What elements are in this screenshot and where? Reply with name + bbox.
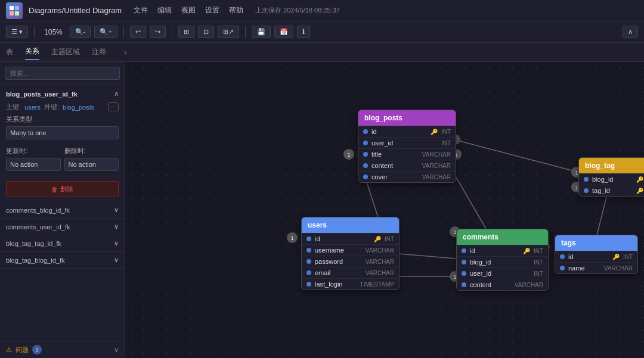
tab-relation[interactable]: 关系 [25, 44, 39, 60]
table-users-header: users [302, 217, 399, 233]
search-input[interactable] [5, 67, 120, 80]
relation-item-blog-tag-blog[interactable]: blog_tag_blog_id_fk ∨ [0, 252, 125, 269]
svg-point-10 [343, 149, 354, 160]
redo-btn[interactable]: ↪ [150, 26, 166, 38]
undo-btn[interactable]: ↩ [130, 26, 146, 38]
save-info: 上次保存 2024/5/18 08:25:37 [255, 6, 340, 15]
warning-icon: ⚠ [6, 346, 12, 354]
field-dot [363, 163, 368, 168]
table-users[interactable]: users id 🔑 INT username VARCHAR password… [301, 217, 400, 290]
tabbar: 表 关系 主题区域 注释 › [0, 43, 644, 62]
add-table-btn[interactable]: ⊞ [178, 26, 194, 38]
menu-edit[interactable]: 编辑 [157, 5, 172, 15]
svg-rect-1 [15, 6, 19, 10]
trash-icon: 🗑 [51, 186, 58, 193]
tab-note[interactable]: 注释 [92, 45, 106, 60]
table-row: blog_id INT [457, 256, 548, 267]
field-dot [306, 236, 311, 241]
field-dot [560, 266, 565, 270]
collapse-toolbar-btn[interactable]: ∧ [623, 26, 638, 38]
sidebar-bottom[interactable]: ⚠ 问题 1 ∨ [0, 341, 125, 358]
svg-line-8 [596, 190, 608, 238]
svg-text:1: 1 [575, 170, 578, 176]
action-section: 更新时: No action Cascade Set null Restrict… [6, 144, 119, 171]
field-dot [306, 282, 311, 287]
svg-point-16 [287, 232, 298, 243]
field-dot [584, 177, 589, 182]
menu-file[interactable]: 文件 [134, 5, 148, 15]
relation-type-section: 关系类型: Many to one One to one One to many… [6, 115, 119, 139]
table-comments[interactable]: comments id 🔑 INT blog_id INT user_id IN… [456, 229, 549, 291]
window-title: Diagrams/Untitled Diagram [29, 6, 122, 15]
table-blog-tag[interactable]: blog_tag blog_id 🔑 INT tag_id 🔑 INT [578, 157, 644, 197]
field-dot [462, 271, 466, 276]
relation-more-btn[interactable]: ··· [108, 102, 119, 111]
relation-content: 主键: users 外键: blog_posts ··· 关系类型: Many … [6, 102, 119, 171]
app-logo [6, 2, 23, 19]
table-row: last_login TIMESTAMP [302, 278, 399, 289]
toolbar-sep-2 [123, 26, 124, 38]
update-action: 更新时: No action Cascade Set null Restrict [6, 144, 61, 171]
svg-text:1: 1 [347, 152, 350, 158]
table-row: name VARCHAR [555, 262, 637, 273]
table-row: id 🔑 INT [555, 251, 637, 262]
menu-view[interactable]: 视图 [181, 5, 196, 15]
tab-arrow[interactable]: › [124, 48, 126, 57]
field-dot [363, 152, 368, 157]
field-dot [306, 259, 311, 264]
save-btn[interactable]: 💾 [252, 26, 271, 38]
field-dot [306, 270, 311, 275]
field-dot [560, 254, 565, 259]
export-btn[interactable]: ⊞↗ [218, 26, 239, 38]
table-blog-posts-header: blog_posts [358, 110, 456, 126]
delete-relation-btn[interactable]: 🗑 删除 [6, 181, 119, 197]
chevron-down-icon: ∨ [114, 206, 119, 214]
add-view-btn[interactable]: ⊡ [198, 26, 214, 38]
table-row: email VARCHAR [302, 267, 399, 278]
canvas[interactable]: 1 1 1 1 1 1 1 1 1 1 blog_posts [125, 62, 644, 358]
field-dot [462, 282, 466, 287]
canvas-svg: 1 1 1 1 1 1 1 1 1 1 [125, 62, 644, 358]
field-dot [363, 129, 368, 134]
titlebar: Diagrams/Untitled Diagram 文件 编辑 视图 设置 帮助… [0, 0, 644, 21]
field-dot [462, 260, 466, 264]
table-blog-posts[interactable]: blog_posts id 🔑 INT user_id INT title VA… [358, 110, 456, 183]
menu-help[interactable]: 帮助 [229, 5, 243, 15]
schedule-btn[interactable]: 📅 [274, 26, 293, 38]
main-layout: blog_posts_user_id_fk ∧ 主键: users 外键: bl… [0, 62, 644, 358]
chevron-up-icon: ∧ [114, 90, 119, 98]
table-tags[interactable]: tags id 🔑 INT name VARCHAR [555, 235, 638, 274]
toolbar: ☰ ▾ 105% 🔍- 🔍+ ↩ ↪ ⊞ ⊡ ⊞↗ 💾 📅 ℹ ∧ [0, 21, 644, 43]
table-row: content VARCHAR [457, 279, 548, 290]
svg-text:1: 1 [290, 235, 293, 241]
table-row: user_id INT [358, 137, 456, 148]
zoom-out-btn[interactable]: 🔍- [70, 26, 91, 38]
tab-table[interactable]: 表 [6, 45, 13, 60]
table-row: id 🔑 INT [302, 233, 399, 244]
toolbar-sep-1 [34, 26, 35, 38]
table-blog-tag-header: blog_tag [579, 158, 644, 173]
active-relation-title[interactable]: blog_posts_user_id_fk ∧ [6, 90, 119, 98]
table-row: tag_id 🔑 INT [579, 185, 644, 196]
svg-line-5 [453, 139, 578, 172]
relation-item-comments-user[interactable]: comments_user_id_fk ∨ [0, 219, 125, 235]
svg-line-7 [453, 172, 486, 229]
issues-badge: 1 [32, 345, 42, 354]
info-btn[interactable]: ℹ [297, 26, 310, 38]
tab-theme[interactable]: 主题区域 [51, 45, 80, 60]
menu-settings[interactable]: 设置 [205, 5, 219, 15]
update-select[interactable]: No action Cascade Set null Restrict [6, 158, 61, 171]
delete-select[interactable]: No action Cascade Set null Restrict [64, 158, 119, 171]
table-row: username VARCHAR [302, 244, 399, 256]
zoom-in-btn[interactable]: 🔍+ [94, 26, 117, 38]
table-row: id 🔑 INT [358, 126, 456, 137]
primary-key-row: 主键: users 外键: blog_posts ··· [6, 102, 119, 111]
relation-item-blog-tag-tag[interactable]: blog_tag_tag_id_fk ∨ [0, 235, 125, 252]
field-dot [363, 141, 368, 145]
relation-item-comments-blog[interactable]: comments_blog_id_fk ∨ [0, 202, 125, 219]
svg-rect-3 [15, 11, 19, 15]
toolbar-menu-btn[interactable]: ☰ ▾ [6, 26, 28, 38]
svg-rect-0 [10, 6, 14, 10]
relation-type-select[interactable]: Many to one One to one One to many Many … [6, 126, 119, 139]
field-dot [584, 188, 589, 193]
